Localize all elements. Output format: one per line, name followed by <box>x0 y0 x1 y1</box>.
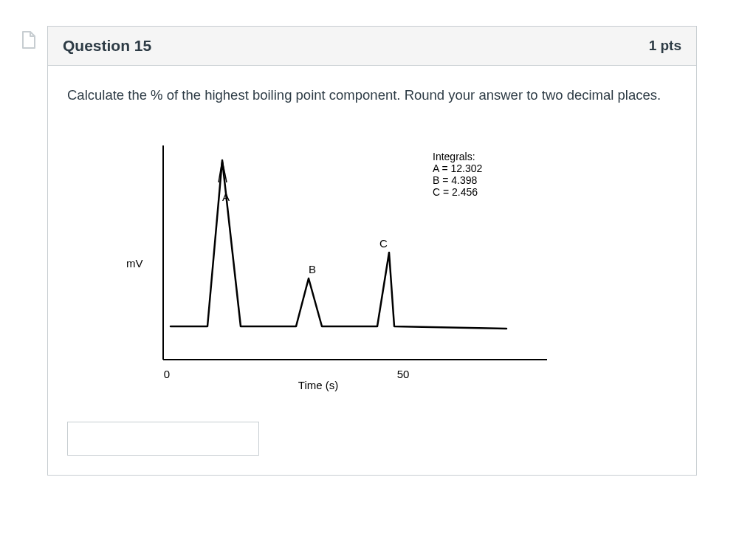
question-status-icon <box>21 30 37 52</box>
question-prompt: Calculate the % of the highest boiling p… <box>67 85 677 106</box>
question-title: Question 15 <box>63 37 151 55</box>
peak-label-c: C <box>379 237 388 250</box>
answer-input[interactable] <box>67 422 259 456</box>
x-tick-50: 50 <box>397 368 410 380</box>
integrals-title: Integrals: <box>433 151 475 162</box>
question-points: 1 pts <box>649 38 681 54</box>
peak-label-a: A <box>222 191 230 203</box>
question-card: Question 15 1 pts Calculate the % of the… <box>47 26 697 476</box>
chromatogram-svg: mV A B C Integrals: A = 12.302 B = 4.398… <box>97 131 569 397</box>
question-body: Calculate the % of the highest boiling p… <box>48 66 696 475</box>
question-header: Question 15 1 pts <box>48 27 696 66</box>
integrals-line-b: B = 4.398 <box>433 174 478 186</box>
x-axis-label: Time (s) <box>298 379 338 391</box>
chromatogram-figure: mV A B C Integrals: A = 12.302 B = 4.398… <box>97 131 677 399</box>
integrals-line-c: C = 2.456 <box>433 186 478 198</box>
y-axis-label: mV <box>126 257 143 270</box>
peak-label-b: B <box>309 263 316 275</box>
integrals-line-a: A = 12.302 <box>433 162 483 174</box>
x-tick-0: 0 <box>164 368 170 380</box>
